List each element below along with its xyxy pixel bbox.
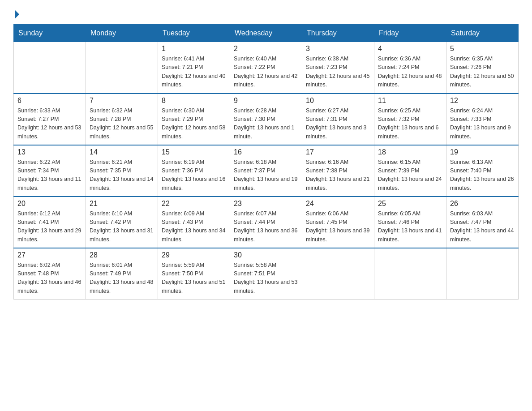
day-info: Sunrise: 6:05 AMSunset: 7:46 PMDaylight:… [378, 210, 442, 244]
day-number: 16 [234, 148, 298, 156]
calendar-cell: 17Sunrise: 6:16 AMSunset: 7:38 PMDayligh… [302, 145, 374, 197]
day-number: 8 [162, 97, 226, 105]
calendar-cell: 3Sunrise: 6:38 AMSunset: 7:23 PMDaylight… [302, 42, 374, 94]
calendar-cell: 2Sunrise: 6:40 AMSunset: 7:22 PMDaylight… [230, 42, 302, 94]
column-header-thursday: Thursday [302, 25, 374, 42]
calendar-cell: 22Sunrise: 6:09 AMSunset: 7:43 PMDayligh… [158, 197, 230, 248]
day-number: 9 [234, 97, 298, 105]
day-number: 27 [17, 251, 82, 259]
logo-arrow-icon [15, 10, 19, 19]
day-number: 11 [378, 97, 442, 105]
column-header-saturday: Saturday [446, 25, 519, 42]
day-info: Sunrise: 6:33 AMSunset: 7:27 PMDaylight:… [17, 107, 82, 141]
calendar-cell: 7Sunrise: 6:32 AMSunset: 7:28 PMDaylight… [86, 94, 158, 145]
day-number: 28 [90, 251, 154, 259]
day-info: Sunrise: 5:58 AMSunset: 7:51 PMDaylight:… [234, 261, 298, 296]
day-number: 26 [450, 200, 515, 208]
day-number: 18 [378, 148, 442, 156]
day-number: 29 [162, 251, 226, 259]
calendar-cell: 28Sunrise: 6:01 AMSunset: 7:49 PMDayligh… [86, 248, 158, 300]
column-header-tuesday: Tuesday [158, 25, 230, 42]
calendar-cell: 23Sunrise: 6:07 AMSunset: 7:44 PMDayligh… [230, 197, 302, 248]
day-info: Sunrise: 6:22 AMSunset: 7:34 PMDaylight:… [17, 158, 82, 193]
day-number: 2 [234, 45, 298, 53]
calendar-cell: 11Sunrise: 6:25 AMSunset: 7:32 PMDayligh… [374, 94, 446, 145]
day-info: Sunrise: 6:30 AMSunset: 7:29 PMDaylight:… [162, 107, 226, 141]
day-number: 30 [234, 251, 298, 259]
calendar-cell: 6Sunrise: 6:33 AMSunset: 7:27 PMDaylight… [14, 94, 86, 145]
day-number: 6 [17, 97, 82, 105]
calendar-cell: 10Sunrise: 6:27 AMSunset: 7:31 PMDayligh… [302, 94, 374, 145]
calendar-table: SundayMondayTuesdayWednesdayThursdayFrid… [13, 24, 519, 300]
day-number: 5 [450, 45, 515, 53]
day-number: 12 [450, 97, 515, 105]
calendar-cell: 18Sunrise: 6:15 AMSunset: 7:39 PMDayligh… [374, 145, 446, 197]
calendar-cell [374, 248, 446, 300]
calendar-cell: 1Sunrise: 6:41 AMSunset: 7:21 PMDaylight… [158, 42, 230, 94]
page-header [13, 9, 519, 17]
day-number: 21 [90, 200, 154, 208]
day-info: Sunrise: 6:27 AMSunset: 7:31 PMDaylight:… [306, 107, 370, 141]
day-number: 25 [378, 200, 442, 208]
day-info: Sunrise: 6:09 AMSunset: 7:43 PMDaylight:… [162, 210, 226, 244]
day-info: Sunrise: 6:12 AMSunset: 7:41 PMDaylight:… [17, 210, 82, 244]
day-number: 7 [90, 97, 154, 105]
calendar-cell: 15Sunrise: 6:19 AMSunset: 7:36 PMDayligh… [158, 145, 230, 197]
column-header-wednesday: Wednesday [230, 25, 302, 42]
day-info: Sunrise: 6:35 AMSunset: 7:26 PMDaylight:… [450, 55, 515, 90]
day-number: 22 [162, 200, 226, 208]
day-info: Sunrise: 6:18 AMSunset: 7:37 PMDaylight:… [234, 158, 298, 193]
day-info: Sunrise: 6:10 AMSunset: 7:42 PMDaylight:… [90, 210, 154, 244]
column-header-sunday: Sunday [14, 25, 86, 42]
calendar-week-row: 1Sunrise: 6:41 AMSunset: 7:21 PMDaylight… [14, 42, 519, 94]
day-info: Sunrise: 6:15 AMSunset: 7:39 PMDaylight:… [378, 158, 442, 193]
day-info: Sunrise: 6:32 AMSunset: 7:28 PMDaylight:… [90, 107, 154, 141]
day-info: Sunrise: 6:36 AMSunset: 7:24 PMDaylight:… [378, 55, 442, 90]
day-info: Sunrise: 6:25 AMSunset: 7:32 PMDaylight:… [378, 107, 442, 141]
day-number: 10 [306, 97, 370, 105]
calendar-cell: 14Sunrise: 6:21 AMSunset: 7:35 PMDayligh… [86, 145, 158, 197]
day-info: Sunrise: 6:38 AMSunset: 7:23 PMDaylight:… [306, 55, 370, 90]
calendar-cell [86, 42, 158, 94]
day-info: Sunrise: 6:01 AMSunset: 7:49 PMDaylight:… [90, 261, 154, 296]
calendar-cell [302, 248, 374, 300]
calendar-cell: 21Sunrise: 6:10 AMSunset: 7:42 PMDayligh… [86, 197, 158, 248]
calendar-cell: 27Sunrise: 6:02 AMSunset: 7:48 PMDayligh… [14, 248, 86, 300]
day-info: Sunrise: 6:21 AMSunset: 7:35 PMDaylight:… [90, 158, 154, 193]
day-info: Sunrise: 6:02 AMSunset: 7:48 PMDaylight:… [17, 261, 82, 296]
column-header-monday: Monday [86, 25, 158, 42]
calendar-cell [14, 42, 86, 94]
calendar-cell: 29Sunrise: 5:59 AMSunset: 7:50 PMDayligh… [158, 248, 230, 300]
calendar-cell: 20Sunrise: 6:12 AMSunset: 7:41 PMDayligh… [14, 197, 86, 248]
calendar-cell: 16Sunrise: 6:18 AMSunset: 7:37 PMDayligh… [230, 145, 302, 197]
day-info: Sunrise: 6:24 AMSunset: 7:33 PMDaylight:… [450, 107, 515, 141]
day-info: Sunrise: 6:06 AMSunset: 7:45 PMDaylight:… [306, 210, 370, 244]
day-number: 4 [378, 45, 442, 53]
day-number: 1 [162, 45, 226, 53]
day-number: 3 [306, 45, 370, 53]
calendar-cell: 5Sunrise: 6:35 AMSunset: 7:26 PMDaylight… [446, 42, 519, 94]
calendar-cell: 26Sunrise: 6:03 AMSunset: 7:47 PMDayligh… [446, 197, 519, 248]
day-info: Sunrise: 6:41 AMSunset: 7:21 PMDaylight:… [162, 55, 226, 90]
calendar-header-row: SundayMondayTuesdayWednesdayThursdayFrid… [14, 25, 519, 42]
calendar-cell: 9Sunrise: 6:28 AMSunset: 7:30 PMDaylight… [230, 94, 302, 145]
day-number: 15 [162, 148, 226, 156]
calendar-cell: 19Sunrise: 6:13 AMSunset: 7:40 PMDayligh… [446, 145, 519, 197]
day-number: 13 [17, 148, 82, 156]
day-info: Sunrise: 6:19 AMSunset: 7:36 PMDaylight:… [162, 158, 226, 193]
calendar-cell: 12Sunrise: 6:24 AMSunset: 7:33 PMDayligh… [446, 94, 519, 145]
logo [13, 9, 19, 17]
calendar-week-row: 27Sunrise: 6:02 AMSunset: 7:48 PMDayligh… [14, 248, 519, 300]
day-number: 23 [234, 200, 298, 208]
day-info: Sunrise: 6:40 AMSunset: 7:22 PMDaylight:… [234, 55, 298, 90]
day-info: Sunrise: 6:28 AMSunset: 7:30 PMDaylight:… [234, 107, 298, 141]
calendar-cell: 30Sunrise: 5:58 AMSunset: 7:51 PMDayligh… [230, 248, 302, 300]
day-number: 19 [450, 148, 515, 156]
day-number: 20 [17, 200, 82, 208]
day-number: 14 [90, 148, 154, 156]
column-header-friday: Friday [374, 25, 446, 42]
calendar-cell: 8Sunrise: 6:30 AMSunset: 7:29 PMDaylight… [158, 94, 230, 145]
calendar-week-row: 6Sunrise: 6:33 AMSunset: 7:27 PMDaylight… [14, 94, 519, 145]
day-number: 24 [306, 200, 370, 208]
day-info: Sunrise: 6:16 AMSunset: 7:38 PMDaylight:… [306, 158, 370, 193]
